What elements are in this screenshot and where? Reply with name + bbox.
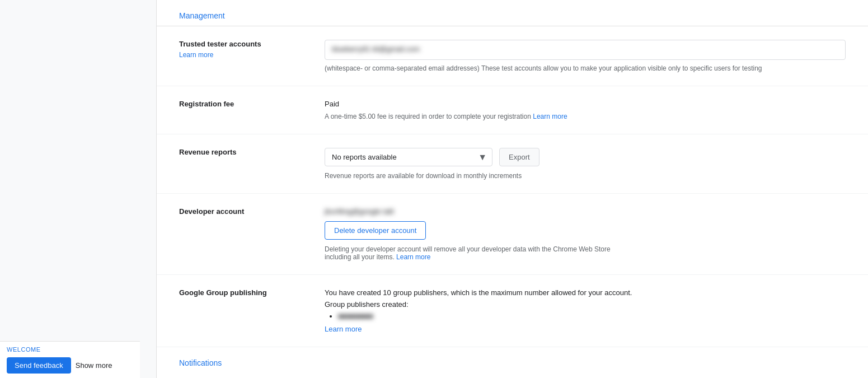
delete-account-learn-more[interactable]: Learn more bbox=[396, 253, 430, 261]
developer-account-content: jfun/lting@google talli Delete developer… bbox=[325, 207, 846, 261]
show-more-button[interactable]: Show more bbox=[76, 361, 112, 370]
registration-fee-label-col: Registration fee bbox=[179, 100, 302, 110]
registration-fee-learn-more[interactable]: Learn more bbox=[533, 113, 567, 120]
trusted-tester-content: blueberry91 kli@gmail.com (whitespace- o… bbox=[325, 40, 846, 72]
revenue-controls-row: No reports available ▼ Export bbox=[325, 148, 846, 166]
developer-account-label-col: Developer account bbox=[179, 207, 302, 218]
trusted-tester-input[interactable]: blueberry91 kli@gmail.com bbox=[325, 40, 846, 60]
revenue-reports-select[interactable]: No reports available bbox=[325, 148, 492, 166]
sidebar bbox=[0, 0, 157, 378]
export-button[interactable]: Export bbox=[499, 148, 539, 166]
google-group-label: Google Group publishing bbox=[179, 288, 302, 297]
registration-fee-status: Paid bbox=[325, 100, 846, 108]
delete-account-hint: Deleting your developer account will rem… bbox=[325, 245, 638, 261]
developer-email-blurred: jfun/lting@google talli bbox=[325, 207, 394, 216]
developer-account-email: jfun/lting@google talli bbox=[325, 207, 846, 216]
registration-fee-label: Registration fee bbox=[179, 100, 302, 108]
trusted-tester-learn-more[interactable]: Learn more bbox=[179, 51, 213, 59]
trusted-tester-row: Trusted tester accounts Learn more blueb… bbox=[157, 26, 868, 86]
revenue-reports-label: Revenue reports bbox=[179, 148, 302, 156]
send-feedback-button[interactable]: Send feedback bbox=[7, 357, 71, 374]
google-group-content: You have created 10 group publishers, wh… bbox=[325, 288, 846, 333]
notifications-heading[interactable]: Notifications bbox=[157, 347, 868, 373]
fee-desc-text: A one-time $5.00 fee is required in orde… bbox=[325, 113, 531, 120]
trusted-tester-hint: (whitespace- or comma-separated email ad… bbox=[325, 64, 846, 72]
google-group-row: Google Group publishing You have created… bbox=[157, 275, 868, 347]
google-group-label-col: Google Group publishing bbox=[179, 288, 302, 299]
revenue-reports-row: Revenue reports No reports available ▼ E… bbox=[157, 134, 868, 194]
welcome-label: WELCOME bbox=[7, 346, 133, 353]
trusted-tester-label-col: Trusted tester accounts Learn more bbox=[179, 40, 302, 59]
bottom-actions: Send feedback Show more bbox=[7, 357, 133, 374]
revenue-reports-hint: Revenue reports are available for downlo… bbox=[325, 172, 846, 180]
google-group-list: ■■■■■■■■ bbox=[325, 312, 846, 320]
list-item: ■■■■■■■■ bbox=[338, 312, 846, 320]
developer-account-label: Developer account bbox=[179, 207, 302, 216]
registration-fee-content: Paid A one-time $5.00 fee is required in… bbox=[325, 100, 846, 120]
google-group-desc: You have created 10 group publishers, wh… bbox=[325, 288, 846, 297]
revenue-reports-content: No reports available ▼ Export Revenue re… bbox=[325, 148, 846, 180]
delete-developer-account-button[interactable]: Delete developer account bbox=[325, 221, 426, 240]
developer-account-row: Developer account jfun/lting@google tall… bbox=[157, 194, 868, 275]
trusted-tester-label: Trusted tester accounts bbox=[179, 40, 302, 48]
registration-fee-row: Registration fee Paid A one-time $5.00 f… bbox=[157, 86, 868, 134]
trusted-tester-email: blueberry91 kli@gmail.com bbox=[332, 45, 420, 53]
delete-hint-text: Deleting your developer account will rem… bbox=[325, 245, 611, 261]
bottom-bar: WELCOME Send feedback Show more bbox=[0, 341, 140, 378]
group-publisher-blurred: ■■■■■■■■ bbox=[338, 312, 373, 320]
google-group-created-label: Group publishers created: bbox=[325, 300, 846, 309]
google-group-learn-more[interactable]: Learn more bbox=[325, 325, 362, 333]
registration-fee-desc: A one-time $5.00 fee is required in orde… bbox=[325, 113, 846, 120]
revenue-reports-label-col: Revenue reports bbox=[179, 148, 302, 158]
revenue-select-wrapper: No reports available ▼ bbox=[325, 148, 492, 166]
management-heading[interactable]: Management bbox=[157, 0, 868, 26]
page-wrapper: Management Trusted tester accounts Learn… bbox=[0, 0, 868, 378]
main-content: Management Trusted tester accounts Learn… bbox=[157, 0, 868, 378]
